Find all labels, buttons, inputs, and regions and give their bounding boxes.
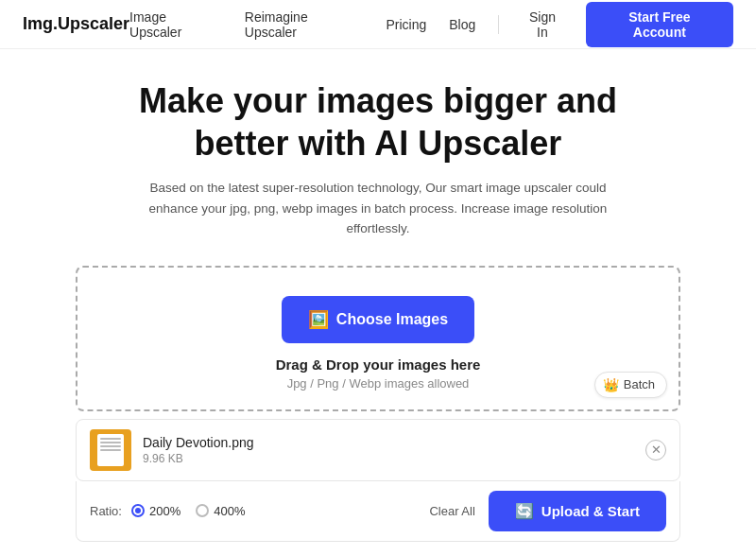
clear-all-button[interactable]: Clear All bbox=[429, 504, 474, 518]
choose-images-label: Choose Images bbox=[336, 311, 448, 328]
file-row: Daily Devotion.png 9.96 KB ✕ bbox=[76, 419, 680, 481]
header: Img.Upscaler Image Upscaler Reimagine Up… bbox=[0, 0, 756, 49]
nav-divider bbox=[498, 15, 499, 34]
radio-200-dot bbox=[131, 504, 145, 517]
dropzone[interactable]: 🖼️ Choose Images Drag & Drop your images… bbox=[76, 266, 680, 411]
hero-description: Based on the latest super-resolution tec… bbox=[132, 178, 624, 239]
file-line-2 bbox=[100, 442, 121, 443]
start-free-button[interactable]: Start Free Account bbox=[586, 2, 733, 47]
file-name: Daily Devotion.png bbox=[143, 435, 634, 450]
file-section: Daily Devotion.png 9.96 KB ✕ bbox=[0, 419, 756, 481]
dropzone-wrapper: 🖼️ Choose Images Drag & Drop your images… bbox=[0, 254, 756, 419]
nav: Image Upscaler Reimagine Upscaler Pricin… bbox=[129, 2, 733, 47]
hero-section: Make your images bigger and better with … bbox=[0, 49, 756, 254]
file-remove-button[interactable]: ✕ bbox=[645, 440, 666, 460]
hero-title: Make your images bigger and better with … bbox=[113, 79, 643, 165]
batch-button[interactable]: 👑 Batch bbox=[594, 372, 667, 398]
file-line-4 bbox=[100, 449, 121, 451]
file-thumb-inner bbox=[97, 434, 124, 466]
file-size: 9.96 KB bbox=[143, 452, 634, 465]
drag-sub-text: Jpg / Png / Webp images allowed bbox=[96, 376, 660, 391]
ratio-200-label: 200% bbox=[149, 504, 180, 518]
ratio-options: 200% 400% bbox=[131, 504, 429, 518]
logo: Img.Upscaler bbox=[23, 14, 129, 34]
batch-label: Batch bbox=[624, 377, 655, 391]
file-line-3 bbox=[100, 445, 121, 447]
image-icon: 🖼️ bbox=[308, 309, 329, 330]
nav-pricing[interactable]: Pricing bbox=[386, 17, 426, 32]
drag-drop-text: Drag & Drop your images here bbox=[96, 356, 660, 373]
file-line-1 bbox=[100, 438, 121, 440]
ratio-200-option[interactable]: 200% bbox=[131, 504, 180, 518]
upload-icon: 🔄 bbox=[515, 502, 534, 520]
crown-icon: 👑 bbox=[603, 377, 619, 392]
file-thumbnail bbox=[90, 429, 131, 471]
choose-images-button[interactable]: 🖼️ Choose Images bbox=[282, 296, 474, 343]
signin-button[interactable]: Sign In bbox=[522, 9, 562, 40]
upload-start-label: Upload & Start bbox=[541, 503, 640, 519]
ratio-400-label: 400% bbox=[214, 504, 245, 518]
nav-reimagine-upscaler[interactable]: Reimagine Upscaler bbox=[245, 9, 364, 40]
radio-400-dot bbox=[196, 504, 209, 517]
nav-image-upscaler[interactable]: Image Upscaler bbox=[129, 9, 222, 40]
file-info: Daily Devotion.png 9.96 KB bbox=[143, 435, 634, 465]
upload-start-button[interactable]: 🔄 Upload & Start bbox=[489, 491, 666, 531]
ratio-400-option[interactable]: 400% bbox=[196, 504, 245, 518]
ratio-label: Ratio: bbox=[90, 504, 122, 518]
bottom-bar: Ratio: 200% 400% Clear All 🔄 Upload & St… bbox=[76, 481, 680, 542]
nav-blog[interactable]: Blog bbox=[449, 17, 475, 32]
